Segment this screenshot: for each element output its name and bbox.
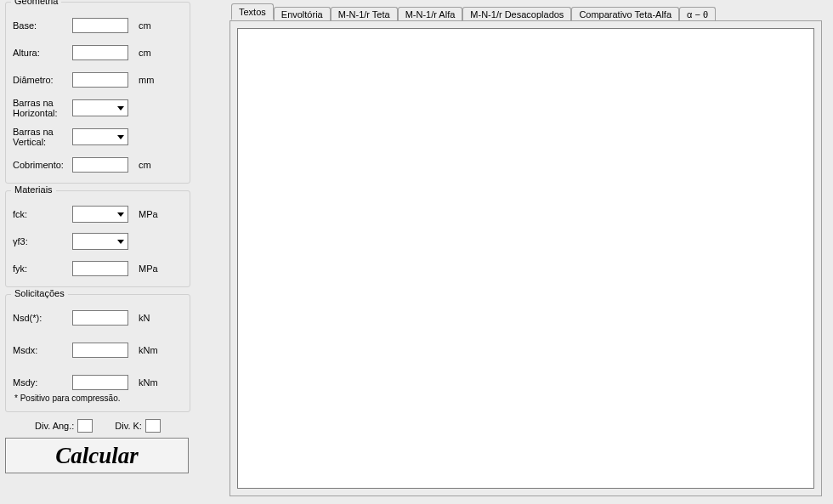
fieldset-materiais: Materiais fck: MPa γf3: fyk:: [5, 190, 190, 287]
row-nsd: Nsd(*): kN: [13, 309, 183, 327]
legend-materiais: Materiais: [11, 184, 56, 195]
row-msdy: Msdy: kNm: [13, 373, 183, 392]
tab-mn1r-teta-label: M-N-1/r Teta: [338, 9, 390, 20]
select-fck[interactable]: [72, 206, 128, 223]
tab-bar: Textos Envoltória M-N-1/r Teta M-N-1/r A…: [231, 3, 824, 20]
unit-nsd: kN: [139, 313, 167, 323]
input-msdy[interactable]: [72, 375, 128, 390]
row-fyk: fyk: MPa: [13, 259, 183, 278]
chevron-down-icon: [117, 135, 124, 139]
row-cobrimento: Cobrimento: cm: [13, 156, 183, 174]
label-yf3: γf3:: [13, 236, 72, 246]
chevron-down-icon: [117, 240, 124, 244]
unit-fyk: MPa: [139, 263, 167, 274]
input-div-ang[interactable]: [77, 419, 93, 433]
chevron-down-icon: [117, 212, 124, 217]
row-fck: fck: MPa: [13, 205, 183, 224]
label-barras-horizontal: Barras na Horizontal:: [13, 98, 72, 118]
row-barras-vertical: Barras na Vertical:: [13, 127, 183, 147]
label-nsd: Nsd(*):: [13, 313, 72, 323]
row-base: Base: cm: [13, 16, 183, 35]
calcular-button[interactable]: Calcular: [5, 438, 189, 473]
tab-comparativo-label: Comparativo Teta-Alfa: [579, 9, 672, 20]
input-nsd[interactable]: [72, 310, 128, 326]
tab-mn1r-teta[interactable]: M-N-1/r Teta: [331, 7, 398, 21]
tab-envoltoria[interactable]: Envoltória: [274, 7, 331, 21]
tab-mn1r-desacoplados-label: M-N-1/r Desacoplados: [470, 9, 564, 20]
tab-alpha-theta[interactable]: α − θ: [679, 7, 716, 21]
footnote-nsd: * Positivo para compressão.: [14, 394, 183, 403]
row-yf3: γf3:: [13, 232, 183, 251]
tab-panel: [230, 20, 822, 496]
input-div-k[interactable]: [145, 419, 161, 433]
unit-base: cm: [139, 20, 167, 31]
app-root: Geometria Base: cm Altura: cm Diâmetro: …: [0, 0, 833, 504]
tab-textos-label: Textos: [239, 7, 266, 17]
tab-alpha-theta-label: α − θ: [687, 9, 708, 20]
legend-solicitacoes: Solicitações: [11, 288, 68, 298]
right-pane: Textos Envoltória M-N-1/r Teta M-N-1/r A…: [230, 3, 824, 498]
input-base[interactable]: [72, 18, 128, 33]
label-fyk: fyk:: [13, 263, 72, 274]
left-column: Geometria Base: cm Altura: cm Diâmetro: …: [5, 2, 190, 473]
tab-mn1r-alfa[interactable]: M-N-1/r Alfa: [398, 7, 463, 21]
fieldset-solicitacoes: Solicitações Nsd(*): kN Msdx: kNm Msdy: …: [5, 294, 190, 412]
label-msdy: Msdy:: [13, 377, 72, 388]
select-barras-vertical[interactable]: [72, 128, 128, 145]
unit-diametro: mm: [139, 75, 167, 85]
unit-cobrimento: cm: [139, 160, 167, 170]
select-yf3[interactable]: [72, 233, 128, 250]
input-altura[interactable]: [72, 45, 128, 60]
row-divisions: Div. Ang.: Div. K:: [5, 419, 190, 433]
input-msdx[interactable]: [72, 343, 128, 358]
label-diametro: Diâmetro:: [13, 75, 72, 85]
tab-textos[interactable]: Textos: [231, 3, 274, 20]
row-barras-horizontal: Barras na Horizontal:: [13, 98, 183, 118]
calcular-button-label: Calcular: [55, 443, 139, 469]
unit-altura: cm: [139, 48, 167, 58]
row-msdx: Msdx: kNm: [13, 341, 183, 360]
label-msdx: Msdx:: [13, 345, 72, 355]
input-fyk[interactable]: [72, 261, 128, 276]
legend-geometria: Geometria: [11, 0, 61, 6]
tab-mn1r-desacoplados[interactable]: M-N-1/r Desacoplados: [462, 7, 571, 21]
unit-fck: MPa: [139, 209, 167, 219]
fieldset-geometria: Geometria Base: cm Altura: cm Diâmetro: …: [5, 2, 190, 184]
row-diametro: Diâmetro: mm: [13, 71, 183, 89]
output-textarea[interactable]: [237, 28, 814, 489]
label-fck: fck:: [13, 209, 72, 219]
unit-msdx: kNm: [139, 345, 167, 355]
tab-envoltoria-label: Envoltória: [281, 9, 323, 20]
select-barras-horizontal[interactable]: [72, 99, 128, 116]
label-div-ang: Div. Ang.:: [35, 421, 74, 431]
label-barras-vertical: Barras na Vertical:: [13, 127, 72, 147]
label-div-k: Div. K:: [115, 421, 142, 431]
label-base: Base:: [13, 20, 72, 31]
chevron-down-icon: [117, 106, 124, 110]
label-altura: Altura:: [13, 48, 72, 58]
input-diametro[interactable]: [72, 72, 128, 88]
tab-mn1r-alfa-label: M-N-1/r Alfa: [405, 9, 456, 20]
tab-comparativo[interactable]: Comparativo Teta-Alfa: [571, 7, 679, 21]
input-cobrimento[interactable]: [72, 157, 128, 173]
row-altura: Altura: cm: [13, 43, 183, 62]
label-cobrimento: Cobrimento:: [13, 160, 72, 170]
unit-msdy: kNm: [139, 377, 167, 388]
